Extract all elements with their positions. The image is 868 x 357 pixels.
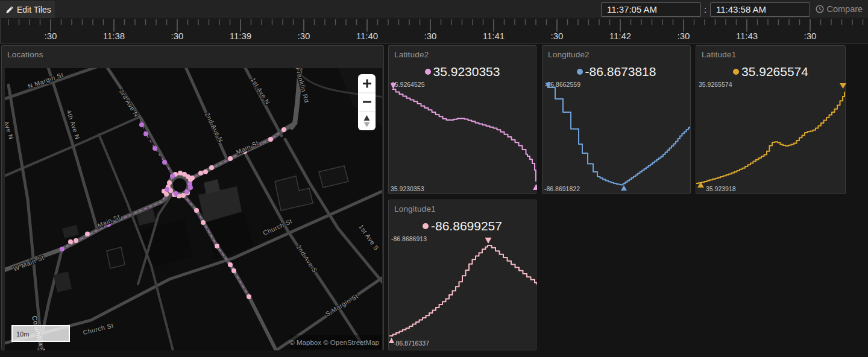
svg-text:1st Ave N: 1st Ave N	[250, 76, 272, 106]
svg-text:11:42: 11:42	[609, 31, 631, 41]
svg-text::30: :30	[551, 31, 564, 41]
svg-text::30: :30	[804, 31, 817, 41]
svg-text:2nd Ave N: 2nd Ave N	[204, 112, 225, 144]
svg-text::30: :30	[298, 31, 310, 41]
svg-text::30: :30	[424, 31, 437, 41]
svg-text:11:41: 11:41	[483, 31, 505, 41]
svg-text::30: :30	[171, 31, 184, 41]
svg-text:3rd Ave N: 3rd Ave N	[118, 88, 140, 118]
svg-text:11:39: 11:39	[230, 31, 251, 41]
svg-text:11:40: 11:40	[356, 31, 378, 41]
svg-text:Church St: Church St	[82, 321, 114, 336]
svg-text:1st Ave S: 1st Ave S	[357, 223, 380, 251]
svg-text::30: :30	[678, 31, 690, 41]
svg-text:11:43: 11:43	[736, 31, 758, 41]
svg-text:10m: 10m	[16, 330, 29, 338]
svg-text:© Mapbox © OpenStreetMap: © Mapbox © OpenStreetMap	[289, 339, 379, 346]
svg-text:11:38: 11:38	[103, 31, 125, 41]
svg-text:2nd Ave S: 2nd Ave S	[295, 243, 319, 274]
svg-text::30: :30	[45, 31, 57, 41]
svg-text:W Main St: W Main St	[12, 254, 45, 273]
